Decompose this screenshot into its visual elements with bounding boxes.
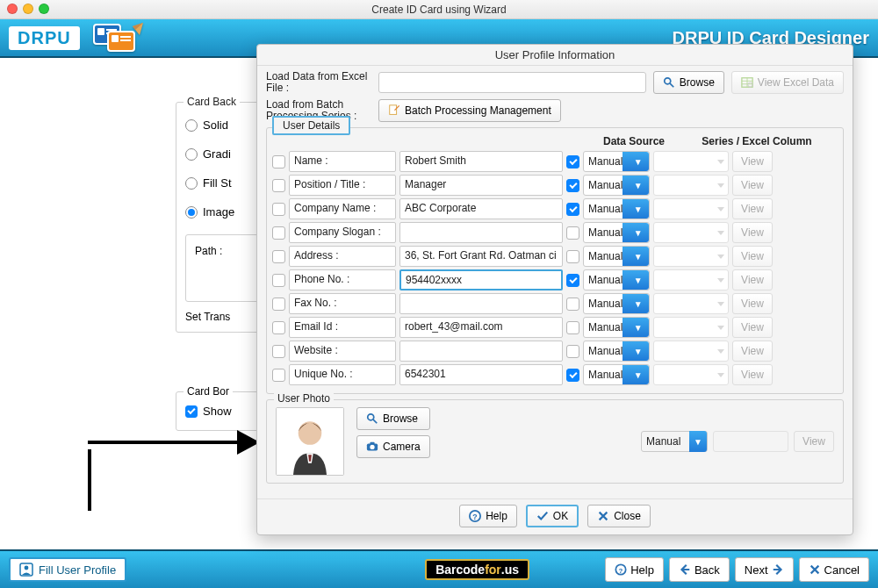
series-column-select[interactable]: [653, 269, 729, 290]
field-enabled-checkbox[interactable]: [566, 321, 579, 334]
bottom-bar: Fill User Profile Barcodefor.us ? Help B…: [0, 549, 878, 588]
field-value-input[interactable]: [399, 222, 563, 243]
field-value-input[interactable]: [399, 293, 563, 314]
field-row: Unique No. :6542301Manual▼View: [272, 364, 838, 385]
data-source-select[interactable]: Manual▼: [583, 293, 650, 314]
field-enabled-checkbox[interactable]: [566, 298, 579, 311]
field-value-input[interactable]: ABC Corporate: [399, 198, 563, 219]
excel-file-input[interactable]: [378, 72, 646, 93]
field-value-input[interactable]: robert_43@mail.com: [399, 317, 563, 338]
table-icon: [741, 76, 753, 89]
field-row: Company Name :ABC CorporateManual▼View: [272, 198, 838, 219]
photo-browse-button[interactable]: Browse: [356, 407, 430, 430]
series-column-select[interactable]: [653, 293, 729, 314]
close-button[interactable]: Close: [587, 505, 651, 527]
row-include-checkbox[interactable]: [272, 369, 285, 382]
help-button[interactable]: ? Help: [459, 505, 517, 527]
series-column-select[interactable]: [653, 222, 729, 243]
col-data-source: Data Source: [592, 135, 676, 147]
field-enabled-checkbox[interactable]: [566, 179, 579, 192]
tab-user-details[interactable]: User Details: [272, 116, 350, 135]
view-excel-data-button: View Excel Data: [731, 71, 844, 94]
zoom-window-icon[interactable]: [39, 4, 49, 14]
row-include-checkbox[interactable]: [272, 274, 285, 287]
series-column-select[interactable]: [653, 317, 729, 338]
annotation-arrow: [88, 441, 263, 511]
view-button: View: [732, 269, 773, 290]
data-source-select[interactable]: Manual▼: [583, 198, 650, 219]
window-title: Create ID Card using Wizard: [371, 4, 506, 16]
data-source-select[interactable]: Manual▼: [583, 246, 650, 267]
series-column-select[interactable]: [653, 151, 729, 172]
row-include-checkbox[interactable]: [272, 321, 285, 334]
data-source-select[interactable]: Manual▼: [583, 222, 650, 243]
row-include-checkbox[interactable]: [272, 179, 285, 192]
view-button: View: [732, 293, 773, 314]
chevron-down-icon: ▼: [623, 152, 649, 171]
field-name-input[interactable]: Phone No. :: [289, 269, 396, 290]
field-value-input[interactable]: 954402xxxx: [399, 269, 563, 290]
field-name-input[interactable]: Company Name :: [289, 198, 396, 219]
data-source-select[interactable]: Manual▼: [583, 175, 650, 196]
batch-processing-button[interactable]: Batch Processing Management: [378, 99, 561, 122]
data-source-select[interactable]: Manual▼: [583, 317, 650, 338]
field-name-input[interactable]: Website :: [289, 341, 396, 362]
field-enabled-checkbox[interactable]: [566, 274, 579, 287]
field-name-input[interactable]: Fax No. :: [289, 293, 396, 314]
series-column-select[interactable]: [653, 364, 729, 385]
field-enabled-checkbox[interactable]: [566, 345, 579, 358]
field-name-input[interactable]: Address :: [289, 246, 396, 267]
chevron-down-icon: ▼: [689, 431, 707, 452]
svg-point-14: [748, 82, 752, 87]
photo-camera-button[interactable]: Camera: [356, 435, 430, 458]
fill-user-profile-chip[interactable]: Fill User Profile: [9, 557, 126, 582]
row-include-checkbox[interactable]: [272, 203, 285, 216]
close-icon: [597, 510, 609, 522]
field-name-input[interactable]: Company Slogan :: [289, 222, 396, 243]
field-row: Phone No. :954402xxxxManual▼View: [272, 269, 838, 290]
row-include-checkbox[interactable]: [272, 250, 285, 263]
photo-series-select[interactable]: [713, 431, 788, 452]
chevron-down-icon: ▼: [623, 199, 649, 219]
arrow-right-icon: [772, 563, 784, 576]
row-include-checkbox[interactable]: [272, 345, 285, 358]
data-source-select[interactable]: Manual▼: [583, 269, 650, 290]
next-button[interactable]: Next: [735, 557, 794, 582]
photo-data-source-select[interactable]: Manual▼: [641, 431, 708, 452]
series-column-select[interactable]: [653, 175, 729, 196]
field-enabled-checkbox[interactable]: [566, 203, 579, 216]
cancel-button[interactable]: Cancel: [799, 557, 869, 582]
field-value-input[interactable]: 36, St. Fort Grant Rd. Oatman ci: [399, 246, 563, 267]
field-enabled-checkbox[interactable]: [566, 226, 579, 240]
field-name-input[interactable]: Email Id :: [289, 317, 396, 338]
field-name-input[interactable]: Position / Title :: [289, 175, 396, 196]
field-value-input[interactable]: 6542301: [399, 364, 563, 385]
row-include-checkbox[interactable]: [272, 226, 285, 240]
row-include-checkbox[interactable]: [272, 298, 285, 311]
minimize-window-icon[interactable]: [23, 4, 33, 14]
row-include-checkbox[interactable]: [272, 155, 285, 169]
series-column-select[interactable]: [653, 341, 729, 362]
ok-button[interactable]: OK: [526, 505, 579, 527]
field-name-input[interactable]: Unique No. :: [289, 364, 396, 385]
field-value-input[interactable]: Manager: [399, 175, 563, 196]
data-source-select[interactable]: Manual▼: [583, 341, 650, 362]
series-column-select[interactable]: [653, 198, 729, 219]
field-enabled-checkbox[interactable]: [566, 250, 579, 263]
series-column-select[interactable]: [653, 246, 729, 267]
field-enabled-checkbox[interactable]: [566, 369, 579, 382]
field-value-input[interactable]: [399, 341, 563, 362]
profile-icon: [19, 563, 33, 577]
data-source-select[interactable]: Manual▼: [583, 364, 650, 385]
data-source-select[interactable]: Manual▼: [583, 151, 650, 172]
field-name-input[interactable]: Name :: [289, 151, 396, 172]
field-enabled-checkbox[interactable]: [566, 155, 579, 169]
back-button[interactable]: Back: [669, 557, 730, 582]
field-value-input[interactable]: Robert Smith: [399, 151, 563, 172]
close-window-icon[interactable]: [7, 4, 18, 14]
document-edit-icon: [388, 104, 400, 117]
bottom-help-button[interactable]: ? Help: [605, 557, 664, 582]
browse-excel-button[interactable]: Browse: [653, 71, 724, 94]
brand-id-card-icons: [92, 21, 145, 54]
view-button: View: [732, 364, 773, 385]
